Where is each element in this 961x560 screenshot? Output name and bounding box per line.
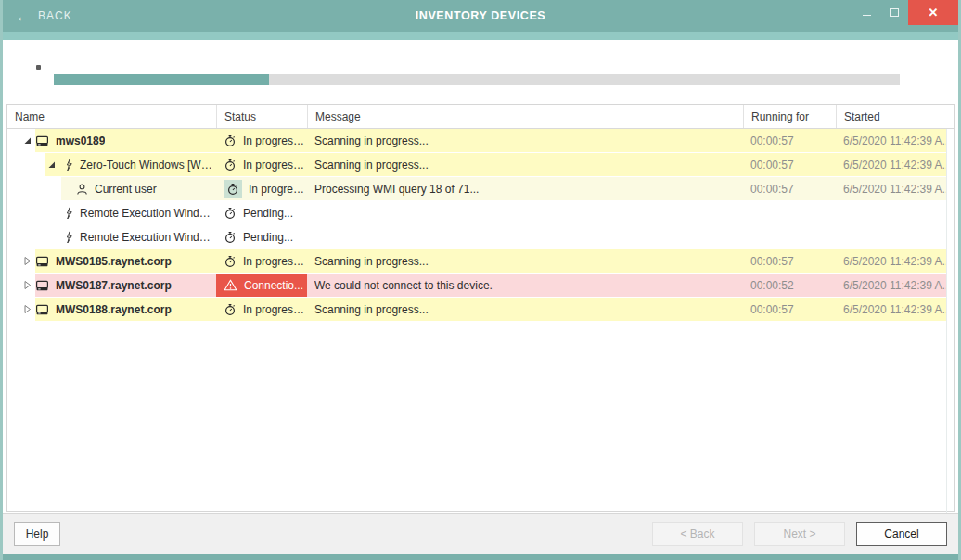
warning-icon xyxy=(224,279,237,291)
column-header-message[interactable]: Message xyxy=(307,105,743,128)
name-cell: Zero-Touch Windows [WMI... xyxy=(7,153,216,176)
stopwatch-icon xyxy=(224,134,237,147)
cancel-button[interactable]: Cancel xyxy=(856,522,947,546)
minimize-button[interactable] xyxy=(852,0,880,25)
device-name-label: MWS0185.raynet.corp xyxy=(56,255,172,268)
column-header-started[interactable]: Started xyxy=(836,105,947,128)
name-highlight: Remote Execution Windows... xyxy=(45,225,216,248)
progress-bar-fill xyxy=(54,74,269,85)
column-header-status[interactable]: Status xyxy=(216,105,307,128)
table-row[interactable]: MWS0187.raynet.corpConnectio...We could … xyxy=(7,274,954,297)
close-button[interactable]: ✕ xyxy=(908,0,958,25)
started-cell: 6/5/2020 11:42:39 A... xyxy=(836,177,947,200)
table-row[interactable]: Remote Execution Windows...Pending... xyxy=(7,201,954,224)
name-cell: Remote Execution Windows... xyxy=(7,201,216,224)
status-label: In progress... xyxy=(243,159,307,172)
bolt-icon xyxy=(64,231,73,244)
device-name-label: MWS0187.raynet.corp xyxy=(56,279,172,292)
status-label: In progress... xyxy=(243,134,307,147)
maximize-icon xyxy=(890,8,899,17)
tree-indent xyxy=(7,129,19,152)
running-for-cell: 00:00:57 xyxy=(743,153,836,176)
message-cell xyxy=(307,225,743,248)
window-title: INVENTORY DEVICES xyxy=(3,9,958,22)
expander-collapsed-icon[interactable] xyxy=(19,298,35,321)
message-cell: Scanning in progress... xyxy=(307,129,743,152)
window-bottom-border xyxy=(3,554,958,560)
column-header-name[interactable]: Name xyxy=(7,105,216,128)
name-cell: MWS0185.raynet.corp xyxy=(7,249,216,273)
tree-indent xyxy=(7,177,61,200)
stopwatch-icon xyxy=(226,183,239,196)
window-controls: ✕ xyxy=(852,0,958,32)
name-highlight: MWS0188.raynet.corp xyxy=(35,298,216,321)
status-cell: In progress... xyxy=(216,298,307,321)
inventory-devices-window: ← BACK INVENTORY DEVICES ✕ Name Status M… xyxy=(0,0,961,560)
maximize-button[interactable] xyxy=(880,0,908,25)
expander-collapsed-icon[interactable] xyxy=(19,274,35,297)
status-cell: In progress... xyxy=(216,177,307,200)
main-content: Name Status Message Running for Started … xyxy=(3,40,958,513)
status-cell: In progress... xyxy=(216,249,307,273)
title-bar-accent-strip xyxy=(3,32,958,40)
expander-expanded-icon[interactable] xyxy=(19,129,35,152)
running-for-cell xyxy=(743,201,836,224)
device-name-label: mws0189 xyxy=(56,134,105,147)
status-cell: In progress... xyxy=(216,129,307,152)
title-bar: ← BACK INVENTORY DEVICES ✕ xyxy=(3,0,958,32)
started-cell: 6/5/2020 11:42:39 A... xyxy=(836,249,947,273)
tree-indent xyxy=(7,201,45,224)
started-cell: 6/5/2020 11:42:39 A... xyxy=(836,298,947,321)
stopwatch-icon xyxy=(224,207,237,220)
bolt-icon xyxy=(64,207,73,220)
table-header: Name Status Message Running for Started xyxy=(7,105,954,129)
expander-collapsed-icon[interactable] xyxy=(19,249,35,273)
device-name-label: MWS0188.raynet.corp xyxy=(56,303,172,316)
name-highlight: MWS0187.raynet.corp xyxy=(35,274,216,297)
message-cell: Scanning in progress... xyxy=(307,153,743,176)
running-for-cell: 00:00:57 xyxy=(743,129,836,152)
help-button[interactable]: Help xyxy=(14,522,60,546)
started-cell xyxy=(836,201,947,224)
expander-expanded-icon[interactable] xyxy=(45,153,58,176)
table-row[interactable]: Zero-Touch Windows [WMI...In progress...… xyxy=(7,153,954,176)
back-button[interactable]: < Back xyxy=(652,522,743,546)
stopwatch-icon xyxy=(224,303,237,316)
message-cell: We could not connect to this device. xyxy=(307,274,743,297)
device-table: Name Status Message Running for Started … xyxy=(6,104,955,512)
expander-spacer xyxy=(45,225,58,248)
message-cell: Processing WMI query 18 of 71... xyxy=(307,177,743,200)
computer-icon xyxy=(35,303,49,316)
message-cell: Scanning in progress... xyxy=(307,249,743,273)
column-header-running-for[interactable]: Running for xyxy=(743,105,836,128)
user-icon xyxy=(76,183,88,196)
stopwatch-icon xyxy=(224,159,237,172)
table-row[interactable]: Remote Execution Windows...Pending... xyxy=(7,225,954,248)
table-row[interactable]: Current userIn progress...Processing WMI… xyxy=(7,177,954,200)
running-for-cell: 00:00:57 xyxy=(743,298,836,321)
next-button[interactable]: Next > xyxy=(754,522,845,546)
footer-bar: Help < Back Next > Cancel xyxy=(3,513,958,554)
status-label: Connectio... xyxy=(244,279,303,292)
name-highlight: Current user xyxy=(61,177,216,200)
tree-indent xyxy=(7,298,19,321)
status-label: Pending... xyxy=(243,207,293,220)
table-body: mws0189In progress...Scanning in progres… xyxy=(7,129,954,321)
running-for-cell: 00:00:52 xyxy=(743,274,836,297)
table-row[interactable]: mws0189In progress...Scanning in progres… xyxy=(7,129,954,152)
device-name-label: Current user xyxy=(95,183,157,196)
progress-bullet-icon xyxy=(36,65,41,70)
tree-indent xyxy=(7,274,19,297)
computer-icon xyxy=(35,134,49,147)
message-cell: Scanning in progress... xyxy=(307,298,743,321)
table-row[interactable]: MWS0185.raynet.corpIn progress...Scannin… xyxy=(7,249,954,273)
name-cell: MWS0187.raynet.corp xyxy=(7,274,216,297)
minimize-icon xyxy=(863,15,871,16)
started-cell: 6/5/2020 11:42:39 A... xyxy=(836,153,947,176)
device-name-label: Remote Execution Windows... xyxy=(80,231,216,244)
running-for-cell: 00:00:57 xyxy=(743,177,836,200)
status-icon-box xyxy=(224,180,242,198)
status-label: In progress... xyxy=(249,183,307,196)
table-row[interactable]: MWS0188.raynet.corpIn progress...Scannin… xyxy=(7,298,954,321)
status-cell: Pending... xyxy=(216,201,307,224)
